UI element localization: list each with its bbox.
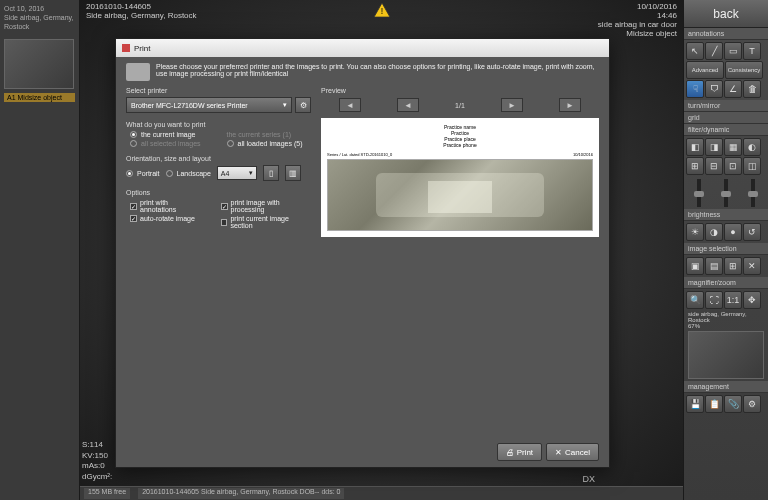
mgmt-btn-1[interactable]: 💾 (686, 395, 704, 413)
filter-btn-8[interactable]: ◫ (743, 157, 761, 175)
thumbnail-label: A1 Midsize object (4, 93, 75, 102)
chk-autorotate[interactable]: ✓auto-rotate image (130, 215, 203, 222)
bright-btn-3[interactable]: ● (724, 223, 742, 241)
printer-settings-button[interactable]: ⚙ (295, 97, 311, 113)
chk-annot[interactable]: ✓print with annotations (130, 199, 203, 213)
prev-page-button[interactable]: ◄ (339, 98, 361, 112)
header-id: 20161010-144605 (86, 2, 197, 11)
printer-icon (126, 63, 150, 81)
warning-icon[interactable]: ! (373, 2, 391, 20)
thumb-meta: Oct 10, 2016 Side airbag, Germany, Rosto… (0, 0, 79, 35)
sec-what: What do you want to print (126, 121, 311, 128)
radio-current[interactable]: the current image (130, 131, 201, 138)
bright-btn-4[interactable]: ↺ (743, 223, 761, 241)
sec-orient: Orientation, size and layout (126, 155, 311, 162)
slider-2[interactable] (724, 179, 728, 207)
app-icon (122, 44, 130, 52)
tool-line-icon[interactable]: ╱ (705, 42, 723, 60)
svg-text:!: ! (380, 6, 382, 16)
close-icon: ✕ (555, 448, 562, 457)
next-page-button[interactable]: ► (501, 98, 523, 112)
section-mgmt: management (684, 381, 768, 393)
tool-panel: back annotations ↖ ╱ ▭ T Advanced Consis… (683, 0, 768, 500)
mgmt-btn-4[interactable]: ⚙ (743, 395, 761, 413)
print-preview: Preview ◄ ◄ 1/1 ► ► Practice name Practi… (321, 87, 599, 237)
tool-angle-icon[interactable]: ∠ (724, 80, 742, 98)
layout-1up-button[interactable]: ▯ (263, 165, 279, 181)
dialog-title: Print (134, 44, 150, 53)
preview-title: Preview (321, 87, 599, 94)
modality-label: DX (582, 474, 595, 484)
exposure-info: S:114 KV:150 mAs:0 dGycm²: (82, 440, 112, 482)
imgsel-btn-2[interactable]: ▤ (705, 257, 723, 275)
header-desc: side airbag in car door (598, 20, 677, 29)
thumbnail-image[interactable] (4, 39, 74, 89)
section-turn: turn/mirror (684, 100, 768, 112)
radio-portrait[interactable]: Portrait (126, 170, 160, 177)
status-disk: 155 MB free (84, 488, 130, 499)
nav-thumb-label: side airbag, Germany, Rostock67% (684, 311, 768, 329)
next-page-button-2[interactable]: ► (559, 98, 581, 112)
bright-btn-2[interactable]: ◑ (705, 223, 723, 241)
slider-1[interactable] (697, 179, 701, 207)
chk-proc[interactable]: ✓print image with processing (221, 199, 311, 213)
imgsel-btn-3[interactable]: ⊞ (724, 257, 742, 275)
imgsel-btn-4[interactable]: ✕ (743, 257, 761, 275)
advanced-button[interactable]: Advanced (686, 61, 724, 79)
tool-rect-icon[interactable]: ▭ (724, 42, 742, 60)
printer-select[interactable]: Brother MFC-L2716DW series Printer▾ (126, 97, 292, 113)
preview-image (327, 159, 593, 231)
consistency-button[interactable]: Consistency (725, 61, 763, 79)
radio-landscape[interactable]: Landscape (166, 170, 211, 177)
status-file: 20161010-144605 Side airbag, Germany, Ro… (138, 488, 344, 499)
back-button[interactable]: back (684, 0, 768, 28)
tool-pointer-icon[interactable]: ☟ (686, 80, 704, 98)
filter-btn-6[interactable]: ⊟ (705, 157, 723, 175)
filter-btn-1[interactable]: ◧ (686, 138, 704, 156)
slider-3[interactable] (751, 179, 755, 207)
nav-thumbnail[interactable] (688, 331, 764, 379)
tool-trash-icon[interactable]: 🗑 (743, 80, 761, 98)
section-mag: magnifier/zoom (684, 277, 768, 289)
sec-printer: Select printer (126, 87, 311, 94)
tool-arrow-icon[interactable]: ↖ (686, 42, 704, 60)
header-time: 14:46 (598, 11, 677, 20)
bright-btn-1[interactable]: ☀ (686, 223, 704, 241)
paper-size-select[interactable]: A4▾ (217, 166, 257, 180)
section-filter: filter/dynamic (684, 124, 768, 136)
filter-btn-2[interactable]: ◨ (705, 138, 723, 156)
filter-btn-5[interactable]: ⊞ (686, 157, 704, 175)
header-tag: Midsize object (598, 29, 677, 38)
mgmt-btn-2[interactable]: 📋 (705, 395, 723, 413)
layout-2up-button[interactable]: ▥ (285, 165, 301, 181)
printer-icon: 🖨 (506, 448, 514, 457)
zoom-in-icon[interactable]: 🔍 (686, 291, 704, 309)
zoom-1to1-icon[interactable]: 1:1 (724, 291, 742, 309)
imgsel-btn-1[interactable]: ▣ (686, 257, 704, 275)
print-dialog: Print Please choose your preferred print… (115, 38, 610, 468)
section-imgsel: image selection (684, 243, 768, 255)
section-bright: brightness (684, 209, 768, 221)
section-grid: grid (684, 112, 768, 124)
radio-loaded[interactable]: all loaded images (5) (227, 140, 303, 147)
mgmt-btn-3[interactable]: 📎 (724, 395, 742, 413)
filter-btn-7[interactable]: ⊡ (724, 157, 742, 175)
status-bar: 155 MB free 20161010-144605 Side airbag,… (80, 486, 683, 500)
filter-btn-4[interactable]: ◐ (743, 138, 761, 156)
filter-btn-3[interactable]: ▦ (724, 138, 742, 156)
tool-shield-icon[interactable]: ⛉ (705, 80, 723, 98)
header-date: 10/10/2016 (598, 2, 677, 11)
chk-section[interactable]: print current image section (221, 215, 311, 229)
zoom-fit-icon[interactable]: ⛶ (705, 291, 723, 309)
zoom-pan-icon[interactable]: ✥ (743, 291, 761, 309)
chevron-down-icon: ▾ (283, 101, 287, 109)
cancel-button[interactable]: ✕Cancel (546, 443, 599, 461)
print-button[interactable]: 🖨Print (497, 443, 542, 461)
section-annot: annotations (684, 28, 768, 40)
image-header: 20161010-144605 Side airbag, Germany, Ro… (80, 0, 683, 30)
tool-text-icon[interactable]: T (743, 42, 761, 60)
header-title: Side airbag, Germany, Rostock (86, 11, 197, 20)
preview-page: Practice name Practice Practice place Pr… (321, 118, 599, 237)
prev-page-button-2[interactable]: ◄ (397, 98, 419, 112)
sec-options: Options (126, 189, 311, 196)
